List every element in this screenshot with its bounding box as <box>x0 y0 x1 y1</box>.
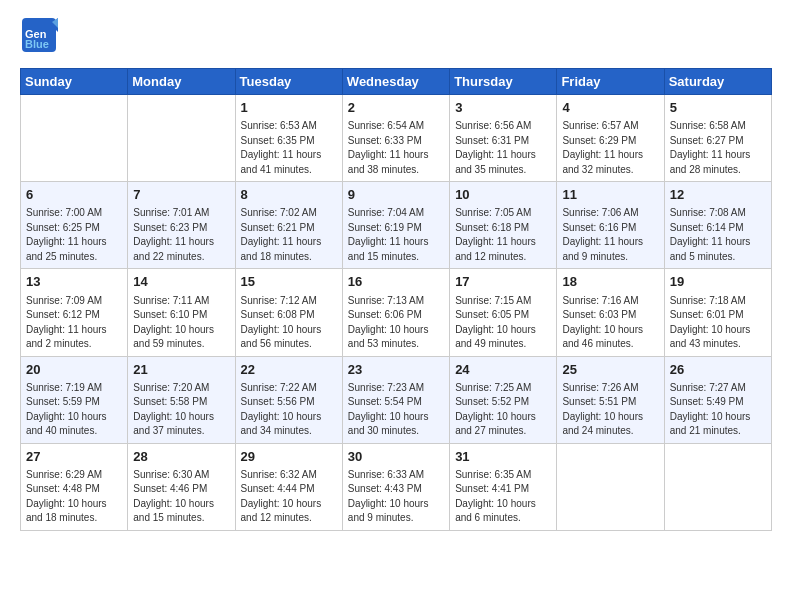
day-number: 10 <box>455 186 551 204</box>
day-number: 18 <box>562 273 658 291</box>
day-number: 16 <box>348 273 444 291</box>
cell-info: Sunrise: 7:11 AMSunset: 6:10 PMDaylight:… <box>133 294 229 352</box>
calendar-cell: 1Sunrise: 6:53 AMSunset: 6:35 PMDaylight… <box>235 95 342 182</box>
logo-icon: Gen Blue <box>20 16 58 54</box>
weekday-header-tuesday: Tuesday <box>235 69 342 95</box>
day-number: 30 <box>348 448 444 466</box>
cell-info: Sunrise: 7:05 AMSunset: 6:18 PMDaylight:… <box>455 206 551 264</box>
calendar-cell: 4Sunrise: 6:57 AMSunset: 6:29 PMDaylight… <box>557 95 664 182</box>
cell-info: Sunrise: 7:26 AMSunset: 5:51 PMDaylight:… <box>562 381 658 439</box>
calendar-cell: 10Sunrise: 7:05 AMSunset: 6:18 PMDayligh… <box>450 182 557 269</box>
weekday-header-friday: Friday <box>557 69 664 95</box>
calendar-cell: 21Sunrise: 7:20 AMSunset: 5:58 PMDayligh… <box>128 356 235 443</box>
weekday-header-monday: Monday <box>128 69 235 95</box>
calendar-cell: 20Sunrise: 7:19 AMSunset: 5:59 PMDayligh… <box>21 356 128 443</box>
weekday-header-sunday: Sunday <box>21 69 128 95</box>
calendar-week-4: 20Sunrise: 7:19 AMSunset: 5:59 PMDayligh… <box>21 356 772 443</box>
cell-info: Sunrise: 6:58 AMSunset: 6:27 PMDaylight:… <box>670 119 766 177</box>
cell-info: Sunrise: 7:13 AMSunset: 6:06 PMDaylight:… <box>348 294 444 352</box>
calendar-cell: 26Sunrise: 7:27 AMSunset: 5:49 PMDayligh… <box>664 356 771 443</box>
calendar-week-3: 13Sunrise: 7:09 AMSunset: 6:12 PMDayligh… <box>21 269 772 356</box>
cell-info: Sunrise: 6:35 AMSunset: 4:41 PMDaylight:… <box>455 468 551 526</box>
cell-info: Sunrise: 7:09 AMSunset: 6:12 PMDaylight:… <box>26 294 122 352</box>
calendar-week-2: 6Sunrise: 7:00 AMSunset: 6:25 PMDaylight… <box>21 182 772 269</box>
calendar-week-5: 27Sunrise: 6:29 AMSunset: 4:48 PMDayligh… <box>21 443 772 530</box>
cell-info: Sunrise: 7:22 AMSunset: 5:56 PMDaylight:… <box>241 381 337 439</box>
calendar-cell: 30Sunrise: 6:33 AMSunset: 4:43 PMDayligh… <box>342 443 449 530</box>
cell-info: Sunrise: 6:57 AMSunset: 6:29 PMDaylight:… <box>562 119 658 177</box>
calendar-cell <box>21 95 128 182</box>
calendar-cell: 2Sunrise: 6:54 AMSunset: 6:33 PMDaylight… <box>342 95 449 182</box>
day-number: 9 <box>348 186 444 204</box>
calendar-cell: 9Sunrise: 7:04 AMSunset: 6:19 PMDaylight… <box>342 182 449 269</box>
cell-info: Sunrise: 7:02 AMSunset: 6:21 PMDaylight:… <box>241 206 337 264</box>
day-number: 2 <box>348 99 444 117</box>
calendar-cell: 19Sunrise: 7:18 AMSunset: 6:01 PMDayligh… <box>664 269 771 356</box>
day-number: 23 <box>348 361 444 379</box>
cell-info: Sunrise: 7:18 AMSunset: 6:01 PMDaylight:… <box>670 294 766 352</box>
cell-info: Sunrise: 7:25 AMSunset: 5:52 PMDaylight:… <box>455 381 551 439</box>
cell-info: Sunrise: 6:33 AMSunset: 4:43 PMDaylight:… <box>348 468 444 526</box>
day-number: 4 <box>562 99 658 117</box>
cell-info: Sunrise: 7:20 AMSunset: 5:58 PMDaylight:… <box>133 381 229 439</box>
day-number: 19 <box>670 273 766 291</box>
calendar-cell: 27Sunrise: 6:29 AMSunset: 4:48 PMDayligh… <box>21 443 128 530</box>
calendar-cell: 25Sunrise: 7:26 AMSunset: 5:51 PMDayligh… <box>557 356 664 443</box>
day-number: 6 <box>26 186 122 204</box>
calendar-cell: 31Sunrise: 6:35 AMSunset: 4:41 PMDayligh… <box>450 443 557 530</box>
calendar-table: SundayMondayTuesdayWednesdayThursdayFrid… <box>20 68 772 531</box>
calendar-cell: 8Sunrise: 7:02 AMSunset: 6:21 PMDaylight… <box>235 182 342 269</box>
cell-info: Sunrise: 6:30 AMSunset: 4:46 PMDaylight:… <box>133 468 229 526</box>
day-number: 27 <box>26 448 122 466</box>
day-number: 15 <box>241 273 337 291</box>
cell-info: Sunrise: 7:15 AMSunset: 6:05 PMDaylight:… <box>455 294 551 352</box>
calendar-cell: 28Sunrise: 6:30 AMSunset: 4:46 PMDayligh… <box>128 443 235 530</box>
cell-info: Sunrise: 7:23 AMSunset: 5:54 PMDaylight:… <box>348 381 444 439</box>
cell-info: Sunrise: 7:12 AMSunset: 6:08 PMDaylight:… <box>241 294 337 352</box>
day-number: 12 <box>670 186 766 204</box>
cell-info: Sunrise: 7:04 AMSunset: 6:19 PMDaylight:… <box>348 206 444 264</box>
cell-info: Sunrise: 7:01 AMSunset: 6:23 PMDaylight:… <box>133 206 229 264</box>
weekday-header-saturday: Saturday <box>664 69 771 95</box>
cell-info: Sunrise: 6:56 AMSunset: 6:31 PMDaylight:… <box>455 119 551 177</box>
calendar-cell: 18Sunrise: 7:16 AMSunset: 6:03 PMDayligh… <box>557 269 664 356</box>
calendar-cell: 5Sunrise: 6:58 AMSunset: 6:27 PMDaylight… <box>664 95 771 182</box>
cell-info: Sunrise: 7:16 AMSunset: 6:03 PMDaylight:… <box>562 294 658 352</box>
cell-info: Sunrise: 7:08 AMSunset: 6:14 PMDaylight:… <box>670 206 766 264</box>
day-number: 25 <box>562 361 658 379</box>
calendar-cell: 12Sunrise: 7:08 AMSunset: 6:14 PMDayligh… <box>664 182 771 269</box>
day-number: 20 <box>26 361 122 379</box>
calendar-cell: 6Sunrise: 7:00 AMSunset: 6:25 PMDaylight… <box>21 182 128 269</box>
weekday-header-wednesday: Wednesday <box>342 69 449 95</box>
cell-info: Sunrise: 7:19 AMSunset: 5:59 PMDaylight:… <box>26 381 122 439</box>
cell-info: Sunrise: 7:27 AMSunset: 5:49 PMDaylight:… <box>670 381 766 439</box>
cell-info: Sunrise: 6:54 AMSunset: 6:33 PMDaylight:… <box>348 119 444 177</box>
calendar-cell <box>557 443 664 530</box>
calendar-cell: 17Sunrise: 7:15 AMSunset: 6:05 PMDayligh… <box>450 269 557 356</box>
cell-info: Sunrise: 7:00 AMSunset: 6:25 PMDaylight:… <box>26 206 122 264</box>
calendar-cell <box>128 95 235 182</box>
calendar-cell: 11Sunrise: 7:06 AMSunset: 6:16 PMDayligh… <box>557 182 664 269</box>
calendar-cell: 15Sunrise: 7:12 AMSunset: 6:08 PMDayligh… <box>235 269 342 356</box>
svg-text:Blue: Blue <box>25 38 49 50</box>
calendar-cell: 7Sunrise: 7:01 AMSunset: 6:23 PMDaylight… <box>128 182 235 269</box>
calendar-cell: 23Sunrise: 7:23 AMSunset: 5:54 PMDayligh… <box>342 356 449 443</box>
cell-info: Sunrise: 7:06 AMSunset: 6:16 PMDaylight:… <box>562 206 658 264</box>
day-number: 11 <box>562 186 658 204</box>
calendar-week-1: 1Sunrise: 6:53 AMSunset: 6:35 PMDaylight… <box>21 95 772 182</box>
calendar-cell: 16Sunrise: 7:13 AMSunset: 6:06 PMDayligh… <box>342 269 449 356</box>
day-number: 26 <box>670 361 766 379</box>
calendar-page: Gen Blue SundayMondayTuesdayWednesdayThu… <box>0 0 792 612</box>
calendar-cell: 13Sunrise: 7:09 AMSunset: 6:12 PMDayligh… <box>21 269 128 356</box>
day-number: 1 <box>241 99 337 117</box>
day-number: 8 <box>241 186 337 204</box>
day-number: 17 <box>455 273 551 291</box>
day-number: 13 <box>26 273 122 291</box>
weekday-header-thursday: Thursday <box>450 69 557 95</box>
cell-info: Sunrise: 6:32 AMSunset: 4:44 PMDaylight:… <box>241 468 337 526</box>
cell-info: Sunrise: 6:29 AMSunset: 4:48 PMDaylight:… <box>26 468 122 526</box>
weekday-header-row: SundayMondayTuesdayWednesdayThursdayFrid… <box>21 69 772 95</box>
day-number: 7 <box>133 186 229 204</box>
day-number: 28 <box>133 448 229 466</box>
calendar-cell: 14Sunrise: 7:11 AMSunset: 6:10 PMDayligh… <box>128 269 235 356</box>
